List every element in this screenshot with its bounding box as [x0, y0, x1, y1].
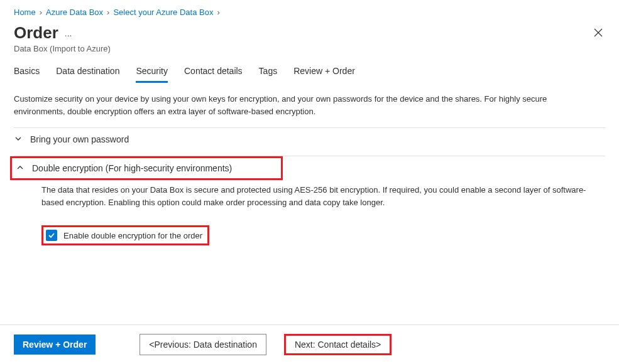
tabs: Basics Data destination Security Contact… — [0, 62, 619, 83]
tab-basics[interactable]: Basics — [14, 62, 40, 83]
tab-security[interactable]: Security — [136, 62, 168, 83]
footer: Review + Order <Previous: Data destinati… — [0, 324, 619, 364]
close-icon — [594, 28, 603, 37]
tab-review-order[interactable]: Review + Order — [293, 62, 355, 83]
page-subtitle: Data Box (Import to Azure) — [0, 43, 619, 62]
chevron-down-icon — [14, 135, 23, 144]
breadcrumb-home[interactable]: Home — [14, 8, 36, 17]
tab-tags[interactable]: Tags — [259, 62, 278, 83]
check-icon — [48, 232, 55, 239]
breadcrumb-select-data-box[interactable]: Select your Azure Data Box — [113, 8, 213, 17]
section-double-encryption-title: Double encryption (For high-security env… — [32, 163, 232, 173]
section-double-encryption-header[interactable]: Double encryption (For high-security env… — [10, 156, 283, 180]
breadcrumb: Home › Azure Data Box › Select your Azur… — [0, 0, 619, 21]
breadcrumb-azure-data-box[interactable]: Azure Data Box — [46, 8, 103, 17]
next-button[interactable]: Next: Contact details> — [284, 334, 392, 355]
page-description: Customize security on your device by usi… — [0, 83, 578, 122]
enable-double-encryption-checkbox[interactable] — [46, 230, 57, 241]
close-button[interactable] — [591, 26, 605, 41]
enable-double-encryption-label: Enable double encryption for the order — [63, 231, 202, 240]
review-order-button[interactable]: Review + Order — [14, 335, 96, 355]
section-byop: Bring your own password — [14, 127, 605, 151]
chevron-right-icon: › — [40, 8, 42, 17]
chevron-right-icon: › — [217, 8, 219, 17]
enable-double-encryption-row: Enable double encryption for the order — [41, 225, 209, 245]
tab-contact-details[interactable]: Contact details — [184, 62, 243, 83]
previous-button[interactable]: <Previous: Data destination — [140, 334, 266, 355]
section-byop-header[interactable]: Bring your own password — [14, 128, 605, 151]
page-title: Order — [14, 23, 58, 43]
chevron-right-icon: › — [107, 8, 109, 17]
more-actions-button[interactable]: ··· — [65, 26, 72, 40]
chevron-up-icon — [16, 164, 25, 173]
section-byop-title: Bring your own password — [30, 134, 129, 144]
section-double-encryption-body: The data that resides on your Data Box i… — [14, 180, 592, 218]
tab-data-destination[interactable]: Data destination — [56, 62, 119, 83]
section-double-encryption: Double encryption (For high-security env… — [14, 156, 605, 245]
